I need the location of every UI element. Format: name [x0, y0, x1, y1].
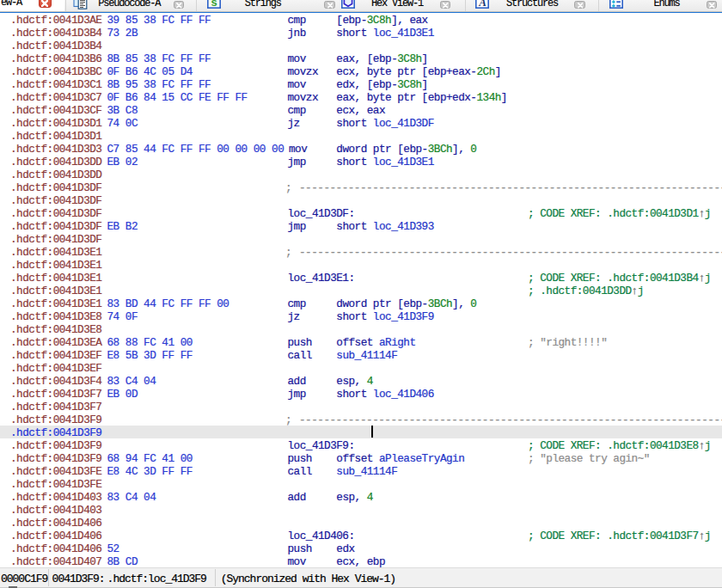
svg-text:A: A: [478, 0, 486, 8]
svg-text:s: s: [211, 0, 217, 9]
